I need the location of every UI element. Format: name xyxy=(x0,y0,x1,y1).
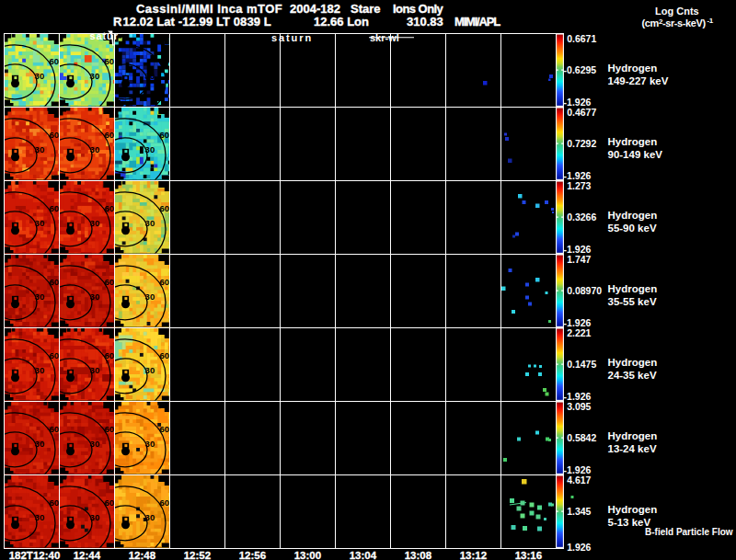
svg-text:12:56: 12:56 xyxy=(239,550,266,560)
svg-text:R: R xyxy=(113,15,122,29)
svg-text:60: 60 xyxy=(49,57,59,67)
svg-text:30: 30 xyxy=(90,512,100,522)
svg-text:60: 60 xyxy=(159,498,169,509)
svg-text:60: 60 xyxy=(49,498,59,509)
svg-text:60: 60 xyxy=(159,131,169,141)
svg-text:12:44: 12:44 xyxy=(74,550,101,560)
svg-text:2.221: 2.221 xyxy=(567,327,591,338)
svg-text:30: 30 xyxy=(145,218,155,228)
svg-text:3.095: 3.095 xyxy=(567,401,591,412)
svg-text:30: 30 xyxy=(145,439,155,449)
svg-text:60: 60 xyxy=(104,498,114,509)
svg-text:13:12: 13:12 xyxy=(460,550,487,560)
svg-text:Cassini/MIMI Inca mTOF: Cassini/MIMI Inca mTOF xyxy=(136,2,282,16)
svg-text:30: 30 xyxy=(35,144,45,154)
svg-text:60: 60 xyxy=(104,278,114,288)
svg-text:30: 30 xyxy=(90,71,100,81)
svg-text:1.273: 1.273 xyxy=(567,180,591,191)
svg-text:30: 30 xyxy=(145,512,155,522)
svg-text:35-55 keV: 35-55 keV xyxy=(608,296,657,307)
svg-text:30: 30 xyxy=(90,365,100,375)
svg-text:30: 30 xyxy=(90,144,100,154)
svg-text:4.617: 4.617 xyxy=(567,474,591,486)
svg-text:13:16: 13:16 xyxy=(515,550,542,560)
svg-text:12.02 Lat -12.99 LT 0839 L: 12.02 Lat -12.99 LT 0839 L xyxy=(123,15,271,29)
svg-text:90-149 keV: 90-149 keV xyxy=(608,149,663,160)
svg-text:B-field Particle Flow: B-field Particle Flow xyxy=(645,527,733,537)
svg-text:310.83: 310.83 xyxy=(407,15,443,29)
svg-text:60: 60 xyxy=(104,351,114,361)
svg-text:182T12:40: 182T12:40 xyxy=(9,550,61,560)
svg-text:saturn: saturn xyxy=(271,32,313,43)
svg-text:0.7292: 0.7292 xyxy=(567,138,596,149)
svg-text:30: 30 xyxy=(90,439,100,449)
svg-text:60: 60 xyxy=(104,204,114,214)
svg-text:60: 60 xyxy=(159,278,169,288)
svg-text:30: 30 xyxy=(145,144,155,154)
svg-text:60: 60 xyxy=(159,351,169,361)
svg-text:13-24 keV: 13-24 keV xyxy=(608,443,657,454)
svg-text:MIMI/APL: MIMI/APL xyxy=(454,15,500,29)
svg-text:Log Cnts: Log Cnts xyxy=(655,6,699,17)
svg-text:30: 30 xyxy=(90,291,100,302)
svg-text:13:00: 13:00 xyxy=(294,550,321,560)
svg-text:12:52: 12:52 xyxy=(184,550,211,560)
svg-text:Hydrogen: Hydrogen xyxy=(608,504,658,515)
svg-text:13:08: 13:08 xyxy=(405,550,432,560)
svg-text:60: 60 xyxy=(49,278,59,288)
svg-text:1.926: 1.926 xyxy=(567,542,591,553)
svg-text:12:48: 12:48 xyxy=(129,550,156,560)
svg-text:149-227 keV: 149-227 keV xyxy=(608,75,669,86)
svg-text:60: 60 xyxy=(104,131,114,141)
svg-text:0.4677: 0.4677 xyxy=(567,107,596,118)
svg-text:0.6671: 0.6671 xyxy=(567,33,596,44)
svg-text:60: 60 xyxy=(104,425,114,435)
svg-text:0.3266: 0.3266 xyxy=(567,211,596,223)
svg-text:Hydrogen: Hydrogen xyxy=(608,210,658,221)
svg-text:30: 30 xyxy=(145,71,155,81)
svg-text:60: 60 xyxy=(49,131,59,141)
svg-text:30: 30 xyxy=(35,71,45,81)
svg-text:60: 60 xyxy=(159,57,169,67)
svg-text:60: 60 xyxy=(159,204,169,214)
svg-text:(cm2-sr-s-keV) -1: (cm2-sr-s-keV) -1 xyxy=(642,17,714,29)
svg-text:1.345: 1.345 xyxy=(567,506,591,517)
svg-text:13:04: 13:04 xyxy=(350,550,377,560)
svg-text:1.747: 1.747 xyxy=(567,254,591,265)
svg-text:30: 30 xyxy=(90,218,100,228)
svg-text:30: 30 xyxy=(35,512,45,522)
svg-text:60: 60 xyxy=(104,57,114,67)
svg-text:-0.6295: -0.6295 xyxy=(564,64,597,75)
svg-text:55-90 keV: 55-90 keV xyxy=(608,223,657,234)
svg-text:Hydrogen: Hydrogen xyxy=(608,430,658,441)
svg-text:60: 60 xyxy=(159,425,169,435)
svg-text:Hydrogen: Hydrogen xyxy=(608,283,658,294)
svg-text:Hydrogen: Hydrogen xyxy=(608,136,658,147)
svg-text:0.1475: 0.1475 xyxy=(567,359,596,370)
svg-text:Stare: Stare xyxy=(351,2,381,16)
svg-text:60: 60 xyxy=(49,425,59,435)
svg-text:30: 30 xyxy=(145,291,155,302)
svg-text:Hydrogen: Hydrogen xyxy=(608,63,658,74)
svg-text:0.08970: 0.08970 xyxy=(567,285,602,296)
svg-text:30: 30 xyxy=(35,365,45,375)
svg-text:0.5842: 0.5842 xyxy=(567,432,596,443)
svg-text:2004-182: 2004-182 xyxy=(290,2,340,16)
svg-text:30: 30 xyxy=(35,439,45,449)
svg-text:Ions Only: Ions Only xyxy=(393,2,444,16)
svg-text:30: 30 xyxy=(35,291,45,302)
svg-text:60: 60 xyxy=(49,351,59,361)
svg-text:Hydrogen: Hydrogen xyxy=(608,357,658,368)
svg-text:30: 30 xyxy=(35,218,45,228)
svg-text:24-35 keV: 24-35 keV xyxy=(608,370,657,381)
svg-text:12.66 Lon: 12.66 Lon xyxy=(314,15,369,29)
svg-text:60: 60 xyxy=(49,204,59,214)
svg-text:30: 30 xyxy=(145,365,155,375)
svg-text:satur: satur xyxy=(90,30,119,41)
